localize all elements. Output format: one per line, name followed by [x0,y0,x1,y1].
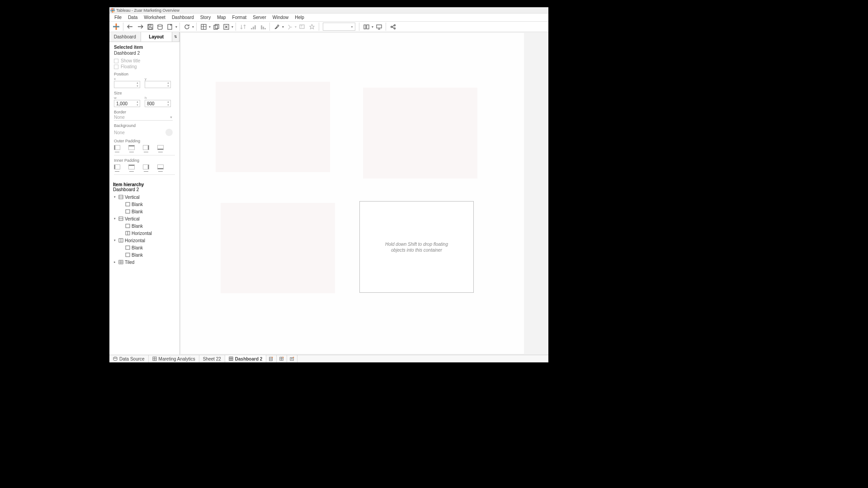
clear-dd[interactable]: ▼ [231,25,234,28]
pad-bottom-icon [157,145,164,150]
separator [359,23,359,31]
sort-desc-button[interactable] [258,22,268,31]
highlight-button[interactable] [272,22,282,31]
size-h-label: h [145,96,171,100]
svg-point-45 [113,357,117,358]
dashboard-canvas[interactable]: Hold down Shift to drop floating objects… [181,33,524,354]
menu-help[interactable]: Help [292,15,307,20]
pane-tab-dashboard[interactable]: Dashboard [109,32,141,42]
position-y-input[interactable]: ▲▼ [145,81,171,88]
menu-file[interactable]: File [111,15,125,20]
svg-rect-34 [126,210,130,213]
fit-dropdown[interactable]: ▼ [323,23,355,31]
new-worksheet-dd[interactable]: ▼ [175,25,178,28]
sort-asc-button[interactable] [248,22,258,31]
hierarchy-item[interactable]: Blank [113,244,176,251]
menu-story[interactable]: Story [197,15,214,20]
swap-button[interactable] [238,22,248,31]
new-dashboard-tab[interactable] [277,355,287,362]
group-button[interactable] [284,22,294,31]
size-h-input[interactable]: 800▲▼ [145,100,171,107]
menu-dashboard[interactable]: Dashboard [169,15,197,20]
svg-rect-19 [255,25,256,29]
duplicate-button[interactable] [211,22,221,31]
menu-format[interactable]: Format [229,15,250,20]
hierarchy-item[interactable]: Blank [113,222,176,230]
new-worksheet-tab[interactable] [266,355,277,362]
pane-tab-expand[interactable]: ⇅ [172,32,179,42]
hierarchy-item[interactable]: Blank [113,208,176,215]
menu-data[interactable]: Data [125,15,141,20]
tab-sheet-22[interactable]: Sheet 22 [199,355,225,362]
placeholder-zone[interactable] [216,82,330,172]
menu-map[interactable]: Map [214,15,229,20]
svg-rect-48 [269,357,272,361]
position-x-label: x [114,77,140,81]
undo-button[interactable] [125,22,135,31]
pad-right[interactable] [143,164,149,172]
menu-worksheet[interactable]: Worksheet [141,15,169,20]
chevron-down-icon: ▼ [170,116,173,119]
pad-bottom[interactable] [157,164,164,172]
pane-tabs: Dashboard Layout ⇅ [109,32,179,42]
hierarchy-item-label: Blank [132,245,143,250]
tab-marketing-analytics[interactable]: Mareting Analytics [149,355,199,362]
titlebar: Tableau - Zuar Marketing Overview [109,7,548,14]
new-dashboard-button[interactable] [198,22,208,31]
presentation-button[interactable] [374,22,384,31]
checkbox-icon [114,65,118,69]
svg-rect-18 [253,27,254,29]
hierarchy-item[interactable]: ▾Vertical [113,215,176,222]
horiz-container-icon [118,238,123,243]
hierarchy-item-label: Horizontal [125,238,145,243]
show-cards-button[interactable] [361,22,371,31]
pad-left-icon [114,164,120,169]
svg-rect-22 [264,28,266,29]
size-w-input[interactable]: 1,000▲▼ [114,100,140,107]
tableau-icon[interactable] [111,22,121,31]
pad-bottom[interactable] [157,145,164,152]
placeholder-zone[interactable] [363,88,477,178]
menu-window[interactable]: Window [269,15,292,20]
share-button[interactable] [388,22,398,31]
menubar: File Data Worksheet Dashboard Story Map … [109,14,548,21]
blank-container-icon [125,253,130,257]
new-datasource-button[interactable] [155,22,165,31]
background-swatch[interactable] [165,129,173,136]
app-window: Tableau - Zuar Marketing Overview File D… [109,7,548,362]
show-title-checkbox[interactable]: Show title [114,58,175,63]
hierarchy-item[interactable]: ▾Horizontal [113,237,176,244]
hierarchy-item[interactable]: Blank [113,251,176,258]
refresh-button[interactable] [182,22,192,31]
new-story-tab[interactable] [287,355,297,362]
floating-checkbox[interactable]: Floating [114,64,175,69]
labels-button[interactable]: T [297,22,307,31]
save-button[interactable] [145,22,155,31]
pane-tab-layout[interactable]: Layout [141,32,173,42]
menu-server[interactable]: Server [250,15,269,20]
border-select[interactable]: None▼ [114,114,173,121]
hierarchy-item[interactable]: ▸Tiled [113,258,176,266]
new-worksheet-button[interactable] [165,22,175,31]
tab-dashboard-2[interactable]: Dashboard 2 [225,355,267,362]
tab-data-source[interactable]: Data Source [109,355,149,362]
svg-rect-5 [113,11,114,12]
pad-top[interactable] [128,145,135,152]
tree-twisty-icon: ▾ [113,217,117,221]
redo-button[interactable] [135,22,145,31]
placeholder-zone[interactable] [221,203,335,293]
hierarchy-item[interactable]: ▾Vertical [113,193,176,201]
refresh-dd[interactable]: ▼ [192,25,194,28]
pad-left[interactable] [114,164,120,172]
pin-button[interactable] [307,22,317,31]
hierarchy-item[interactable]: Horizontal [113,230,176,237]
pad-left[interactable] [114,145,120,152]
selected-container[interactable]: Hold down Shift to drop floating objects… [359,201,474,293]
pad-right[interactable] [143,145,149,152]
hierarchy-item[interactable]: Blank [113,201,176,208]
position-x-input[interactable]: ▲▼ [114,81,140,88]
item-hierarchy-section: Item hierarchy Dashboard 2 ▾VerticalBlan… [109,180,179,269]
pad-top[interactable] [128,164,135,172]
clear-button[interactable] [221,22,231,31]
inner-padding-label: Inner Padding [114,158,175,163]
